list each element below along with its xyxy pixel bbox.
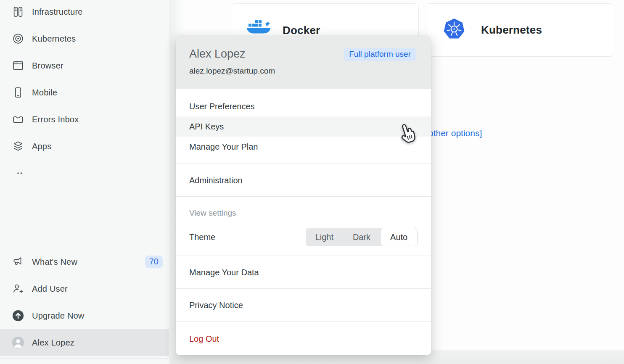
sidebar-item-label: Add User — [32, 284, 68, 294]
whats-new-count-badge: 70 — [145, 256, 163, 268]
avatar — [12, 336, 24, 349]
menu-section-data: Manage Your Data — [176, 256, 431, 288]
sidebar-item-label: Browser — [32, 61, 63, 71]
theme-option-dark[interactable]: Dark — [343, 228, 381, 246]
app-window: Infrastructure Kubernetes — [0, 0, 624, 364]
menu-item-user-preferences[interactable]: User Preferences — [176, 96, 431, 116]
sidebar-item-add-user[interactable]: Add User — [0, 275, 169, 302]
sidebar-item-mobile[interactable]: Mobile — [0, 79, 169, 106]
user-account-menu: Alex Lopez alez.lopez@startup.com Full p… — [176, 36, 431, 355]
sidebar-item-user-alex-lopez[interactable]: Alex Lopez — [0, 329, 169, 356]
docker-card-title: Docker — [283, 24, 320, 37]
menu-item-administration[interactable]: Administration — [176, 170, 431, 190]
sidebar-item-label: Errors Inbox — [32, 115, 79, 124]
theme-label: Theme — [189, 232, 215, 242]
sidebar-item-kubernetes[interactable]: Kubernetes — [0, 25, 169, 52]
sidebar-item-upgrade-now[interactable]: Upgrade Now — [0, 302, 169, 329]
add-user-icon — [12, 282, 24, 295]
menu-item-privacy-notice[interactable]: Privacy Notice — [176, 295, 431, 315]
sidebar-divider — [0, 358, 169, 359]
sidebar-divider — [0, 241, 169, 241]
theme-option-auto[interactable]: Auto — [380, 228, 418, 246]
infrastructure-icon — [12, 5, 24, 18]
sidebar-item-apps[interactable]: Apps — [0, 133, 169, 160]
sidebar-item-whats-new[interactable]: What's New 70 — [0, 248, 169, 275]
sidebar-item-label: Alex Lopez — [32, 338, 74, 348]
menu-item-log-out[interactable]: Log Out — [176, 329, 431, 349]
sidebar: Infrastructure Kubernetes — [0, 0, 169, 364]
sidebar-item-infrastructure[interactable]: Infrastructure — [0, 0, 169, 25]
menu-section-logout: Log Out — [176, 321, 431, 355]
theme-row: Theme Light Dark Auto — [189, 228, 418, 246]
other-options-link[interactable]: other options] — [428, 128, 482, 138]
user-email: alez.lopez@startup.com — [189, 66, 275, 76]
user-name: Alex Lopez — [189, 47, 275, 61]
menu-item-manage-your-data[interactable]: Manage Your Data — [176, 262, 431, 282]
kubernetes-card[interactable]: Kubernetes — [426, 3, 614, 57]
sidebar-item-browser[interactable]: Browser — [0, 52, 169, 79]
menu-section-view-settings: View settings Theme Light Dark Auto — [176, 196, 431, 256]
errors-inbox-icon — [12, 113, 24, 126]
browser-icon — [12, 59, 24, 72]
ellipsis-icon — [12, 167, 24, 179]
menu-item-manage-your-plan[interactable]: Manage Your Plan — [176, 137, 431, 157]
sidebar-item-label: Kubernetes — [32, 34, 76, 44]
sidebar-item-label: Infrastructure — [32, 7, 83, 17]
theme-toggle: Light Dark Auto — [306, 228, 418, 246]
kubernetes-icon — [12, 32, 24, 45]
menu-section-admin: Administration — [176, 164, 431, 196]
sidebar-item-more[interactable] — [0, 160, 169, 187]
view-settings-label: View settings — [189, 208, 418, 218]
menu-section-account: User Preferences API Keys Manage Your Pl… — [176, 89, 431, 164]
menu-item-api-keys[interactable]: API Keys — [176, 116, 431, 137]
mobile-icon — [12, 86, 24, 99]
kubernetes-logo-icon — [443, 18, 465, 42]
sidebar-item-label: Apps — [32, 142, 51, 151]
user-role-badge: Full platform user — [344, 48, 416, 61]
sidebar-item-label: What's New — [32, 257, 77, 267]
sidebar-footer-nav: What's New 70 Add User — [0, 248, 169, 356]
kubernetes-card-title: Kubernetes — [481, 24, 542, 37]
menu-section-privacy: Privacy Notice — [176, 288, 431, 321]
megaphone-icon — [12, 256, 24, 268]
sidebar-item-errors-inbox[interactable]: Errors Inbox — [0, 106, 169, 133]
user-menu-header: Alex Lopez alez.lopez@startup.com Full p… — [176, 36, 431, 89]
apps-icon — [12, 140, 24, 153]
upgrade-icon — [12, 309, 24, 322]
sidebar-item-label: Upgrade Now — [32, 311, 85, 321]
sidebar-item-label: Mobile — [32, 88, 57, 98]
theme-option-light[interactable]: Light — [306, 228, 343, 246]
sidebar-nav: Infrastructure Kubernetes — [0, 0, 169, 187]
